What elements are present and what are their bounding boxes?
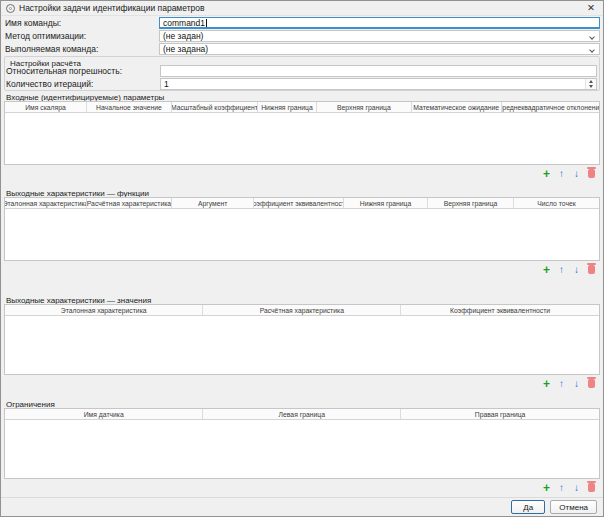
column-header[interactable]: Эталонная характеристика [5,198,87,208]
executed-command-label: Выполняемая команда: [5,44,159,54]
close-icon[interactable]: ✕ [584,2,598,14]
calc-settings-group: Настройки расчёта Относительная погрешно… [4,56,600,91]
move-row-up-button[interactable]: ↑ [555,263,568,276]
ok-button[interactable]: Да [511,500,545,514]
chevron-down-icon [589,34,595,40]
app-icon [6,4,15,13]
table-header-row: Имя датчикаЛевая границаПравая граница [5,409,599,420]
add-row-button[interactable]: + [540,377,553,390]
tolerance-row: Относительная погрешность: [6,65,597,77]
arrow-down-icon: ↓ [574,169,579,179]
output-values-actions: + ↑ ↓ [540,377,598,390]
trash-icon [588,379,595,388]
table-header-row: Эталонная характеристикаРасчётная характ… [5,305,599,316]
executed-command-value: (не задана) [163,44,208,54]
iterations-row: Количество итераций: 1 [6,78,597,90]
window-title: Настройки задачи идентификации параметро… [19,3,584,13]
optimization-method-label: Метод оптимизации: [5,31,159,41]
optimization-method-row: Метод оптимизации: (не задан) [5,30,600,42]
footer-separator [1,497,603,498]
column-header[interactable]: Масштабный коэффициент [172,102,258,112]
spin-down-icon[interactable] [589,85,593,88]
optimization-method-value: (не задан) [163,31,203,41]
command-name-label: Имя команды: [5,18,159,28]
column-header[interactable]: Эталонная характеристика [5,305,203,315]
move-row-up-button[interactable]: ↑ [555,377,568,390]
add-row-button[interactable]: + [540,167,553,180]
column-header[interactable]: Математическое ожидание [412,102,502,112]
trash-icon [588,169,595,178]
column-header[interactable]: Среднеквадратичное отклонение [502,102,599,112]
column-header[interactable]: Начальное значение [87,102,172,112]
output-values-table[interactable]: Эталонная характеристикаРасчётная характ… [4,304,600,375]
move-row-up-button[interactable]: ↑ [555,481,568,494]
add-row-button[interactable]: + [540,263,553,276]
arrow-down-icon: ↓ [574,483,579,493]
column-header[interactable]: Число точек [514,198,599,208]
column-header[interactable]: Расчётная характеристика [87,198,172,208]
move-row-down-button[interactable]: ↓ [570,377,583,390]
plus-icon: + [543,378,550,390]
column-header[interactable]: Аргумент [172,198,255,208]
delete-row-button[interactable] [585,167,598,180]
iterations-label: Количество итераций: [6,79,160,89]
spin-up-icon[interactable] [589,80,593,83]
trash-icon [588,265,595,274]
input-parameters-actions: + ↑ ↓ [540,167,598,180]
dialog-window: Настройки задачи идентификации параметро… [0,0,604,517]
column-header[interactable]: Верхняя граница [428,198,514,208]
table-body[interactable] [5,113,599,164]
chevron-down-icon [589,47,595,53]
iterations-spinbox[interactable]: 1 [160,78,597,90]
text-caret [206,19,207,27]
output-functions-actions: + ↑ ↓ [540,263,598,276]
table-body[interactable] [5,420,599,478]
executed-command-combobox[interactable]: (не задана) [159,43,600,55]
column-header[interactable]: Левая граница [203,409,401,419]
column-header[interactable]: Правая граница [401,409,599,419]
tolerance-input[interactable] [160,65,597,77]
arrow-down-icon: ↓ [574,265,579,275]
constraints-actions: + ↑ ↓ [540,481,598,494]
table-body[interactable] [5,316,599,374]
add-row-button[interactable]: + [540,481,553,494]
move-row-down-button[interactable]: ↓ [570,167,583,180]
plus-icon: + [543,168,550,180]
move-row-down-button[interactable]: ↓ [570,263,583,276]
footer: Да Отмена [511,500,597,514]
column-header[interactable]: Верхняя граница [317,102,412,112]
column-header[interactable]: Нижняя граница [258,102,317,112]
column-header[interactable]: Имя скаляра [5,102,87,112]
command-name-value: command1 [163,18,205,28]
command-name-row: Имя команды: command1 [5,17,600,29]
tolerance-label: Относительная погрешность: [6,66,160,76]
table-header-row: Имя скаляраНачальное значениеМасштабный … [5,102,599,113]
executed-command-row: Выполняемая команда: (не задана) [5,43,600,55]
plus-icon: + [543,482,550,494]
arrow-up-icon: ↑ [559,483,564,493]
cancel-button[interactable]: Отмена [550,500,597,514]
column-header[interactable]: Расчётная характеристика [203,305,401,315]
column-header[interactable]: Коэффициент эквивалентности [401,305,599,315]
column-header[interactable]: Нижняя граница [344,198,428,208]
delete-row-button[interactable] [585,263,598,276]
delete-row-button[interactable] [585,377,598,390]
delete-row-button[interactable] [585,481,598,494]
titlebar: Настройки задачи идентификации параметро… [1,1,603,16]
table-body[interactable] [5,209,599,260]
optimization-method-combobox[interactable]: (не задан) [159,30,600,42]
command-name-input[interactable]: command1 [159,17,600,29]
column-header[interactable]: Коэффициент эквивалентности [254,198,344,208]
move-row-up-button[interactable]: ↑ [555,167,568,180]
output-functions-table[interactable]: Эталонная характеристикаРасчётная характ… [4,197,600,261]
input-parameters-table[interactable]: Имя скаляраНачальное значениеМасштабный … [4,101,600,165]
move-row-down-button[interactable]: ↓ [570,481,583,494]
column-header[interactable]: Имя датчика [5,409,203,419]
constraints-table[interactable]: Имя датчикаЛевая границаПравая граница [4,408,600,479]
table-header-row: Эталонная характеристикаРасчётная характ… [5,198,599,209]
iterations-value: 1 [164,79,169,89]
arrow-up-icon: ↑ [559,379,564,389]
plus-icon: + [543,264,550,276]
arrow-up-icon: ↑ [559,265,564,275]
spinner-buttons[interactable] [585,79,596,89]
